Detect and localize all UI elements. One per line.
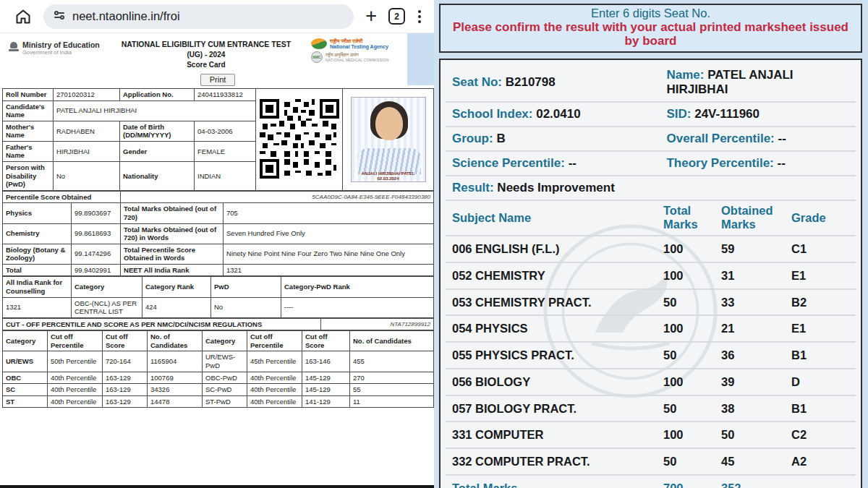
- cutoff-title-row: CUT - OFF PERCENTILE AND SCORE AS PER NM…: [2, 318, 434, 331]
- cutoff-cell: 40th Percentile: [48, 372, 103, 384]
- result-label: Result:: [452, 181, 494, 194]
- notice-line2: Please confirm the result with your actu…: [446, 20, 855, 48]
- candidate-photo: ANJALI HIRJIBHAI PATEL 02.03.2024: [351, 97, 426, 182]
- overall-percentile-label: Overall Percentile:: [666, 132, 774, 145]
- cutoff-cell: 141-129: [302, 395, 350, 408]
- counselling-header: PwD: [211, 277, 281, 297]
- name-label: Name:: [666, 68, 704, 82]
- result-panel: Enter 6 digits Seat No. Please confirm t…: [434, 0, 868, 488]
- cutoff-header: No. of Candidates: [350, 331, 434, 351]
- cutoff-cell: 163-146: [302, 351, 350, 372]
- info-row-group-overall: Group: B Overall Percentile: --: [446, 127, 856, 152]
- menu-kebab-icon[interactable]: [417, 9, 422, 25]
- moe-logo: Ministry of Education Government of Indi…: [6, 37, 103, 59]
- counselling-header: Category Rank: [142, 277, 211, 297]
- serial-code: 5CAA0D9C-0A84-E346-9EEE-F04843390380: [121, 191, 434, 203]
- marks-row: 056 BIOLOGY 100 39 D: [446, 369, 856, 396]
- info-row-school-sid: School Index: 02.0410 SID: 24V-111960: [446, 103, 856, 127]
- col-total-marks: Total Marks: [663, 204, 721, 231]
- cutoff-cell: OBC: [3, 372, 48, 384]
- metric-label: Total Percentile Score Obtained in Words: [121, 244, 224, 264]
- browser-pane: neet.ntaonline.in/froi + 2 Ministry of E…: [0, 0, 434, 488]
- cutoff-cell: 14478: [148, 395, 203, 408]
- counselling-value: ----: [281, 297, 434, 317]
- father-value: HIRJIBHAI: [54, 141, 120, 161]
- nationality-value: INDIAN: [195, 162, 256, 191]
- marks-row: 053 CHEMISTRY PRACT. 50 33 B2: [446, 290, 856, 317]
- cutoff-cell: 34326: [148, 384, 203, 396]
- marks-row: 052 CHEMISTRY 100 31 E1: [446, 263, 856, 290]
- cutoff-cell: SC-PwD: [203, 384, 247, 396]
- site-settings-icon[interactable]: [53, 9, 66, 25]
- cutoff-cell: OBC-PwD: [203, 372, 247, 384]
- cutoff-header: Category: [203, 331, 247, 351]
- cutoff-header: Category: [3, 331, 48, 351]
- cutoff-cell: 163-129: [103, 384, 148, 396]
- subject-score: 99.8903697: [72, 203, 121, 223]
- agency-logos: राष्ट्रीय परीक्षा एजेंसी National Testin…: [310, 37, 405, 64]
- mother-label: Mother's Name: [3, 121, 54, 141]
- metric-label: NEET All India Rank: [121, 264, 224, 276]
- url-bar[interactable]: neet.ntaonline.in/froi: [43, 4, 354, 29]
- dob-value: 04-03-2006: [195, 121, 256, 141]
- metric-value: 1321: [224, 264, 434, 276]
- subject-label: Total: [3, 264, 72, 276]
- info-row-result: Result: Needs Improvement: [446, 176, 856, 201]
- scorecard-title: NATIONAL ELIGIBILITY CUM ENTRANCE TEST (…: [103, 37, 310, 69]
- cutoff-cell: 1165904: [148, 351, 203, 372]
- seat-label: Seat No:: [452, 75, 502, 89]
- marks-row: 055 PHYSICS PRACT. 50 36 B1: [446, 343, 856, 369]
- marks-total-row: Total Marks 700 352 --: [446, 476, 856, 488]
- print-row: Print: [1, 72, 434, 86]
- marks-row: 054 PHYSICS 100 21 E1: [446, 316, 856, 343]
- url-text: neet.ntaonline.in/froi: [72, 9, 180, 23]
- new-tab-icon[interactable]: +: [365, 7, 377, 26]
- cutoff-cell: 145-129: [302, 384, 350, 396]
- theory-percentile-label: Theory Percentile:: [666, 156, 773, 170]
- roll-value: 2701020312: [54, 89, 120, 101]
- cutoff-cell: UR/EWS: [3, 351, 48, 372]
- pwd-label: Person with Disability (PwD): [3, 162, 54, 191]
- science-percentile-value: --: [569, 156, 576, 170]
- counselling-header: Category-PwD Rank: [281, 277, 434, 297]
- home-icon[interactable]: [14, 8, 32, 25]
- subject-score: 99.1474296: [72, 244, 121, 264]
- photo-torso: [357, 148, 421, 174]
- page-background-corner: [407, 33, 434, 85]
- subject-score: 99.8618693: [72, 223, 121, 244]
- overall-percentile-value: --: [778, 132, 786, 145]
- theory-percentile-value: --: [778, 156, 786, 170]
- counselling-value: 1321: [3, 297, 72, 317]
- scorecard-header: Ministry of Education Government of Indi…: [1, 35, 434, 71]
- counselling-value: No: [211, 297, 281, 317]
- cutoff-cell: 455: [350, 351, 434, 372]
- nta-swoosh-icon: [311, 38, 327, 49]
- cutoff-cell: 40th Percentile: [247, 384, 302, 396]
- mother-value: RADHABEN: [54, 121, 120, 141]
- col-subject-name: Subject Name: [452, 211, 663, 225]
- browser-toolbar: neet.ntaonline.in/froi + 2: [0, 0, 434, 33]
- cutoff-cell: 40th Percentile: [48, 384, 103, 396]
- marks-row: 057 BIOLOGY PRACT. 50 38 B1: [446, 396, 856, 423]
- gender-label: Gender: [120, 141, 195, 161]
- subject-label: Biology (Botany & Zoology): [3, 244, 72, 264]
- cutoff-cell: ST-PwD: [203, 395, 247, 408]
- sid-value: 24V-111960: [694, 107, 760, 121]
- cutoff-header: Cut off Percentile: [48, 331, 103, 351]
- seat-value: B210798: [506, 75, 556, 89]
- total-marks-label: Total Marks: [452, 479, 663, 488]
- notice-box: Enter 6 digits Seat No. Please confirm t…: [439, 4, 862, 53]
- cutoff-cell: 163-129: [103, 372, 148, 384]
- cutoff-header: No. of Candidates: [148, 331, 203, 351]
- app-label: Application No.: [120, 89, 195, 101]
- candidate-info-table: Roll Number 2701020312 Application No. 2…: [2, 88, 434, 191]
- tab-counter[interactable]: 2: [388, 8, 405, 25]
- sid-label: SID:: [666, 107, 691, 121]
- counselling-header: Category: [72, 277, 142, 297]
- cutoff-header: Cut off Score: [302, 331, 350, 351]
- metric-label: Total Marks Obtained (out of 720) in Wor…: [121, 223, 224, 244]
- print-button[interactable]: Print: [200, 74, 236, 86]
- metric-label: Total Marks Obtained (out of 720): [121, 203, 224, 223]
- subject-label: Chemistry: [3, 223, 72, 244]
- nmc-logo: NMC राष्ट्रीय आयुर्विज्ञान आयोग NATIONAL…: [311, 51, 404, 63]
